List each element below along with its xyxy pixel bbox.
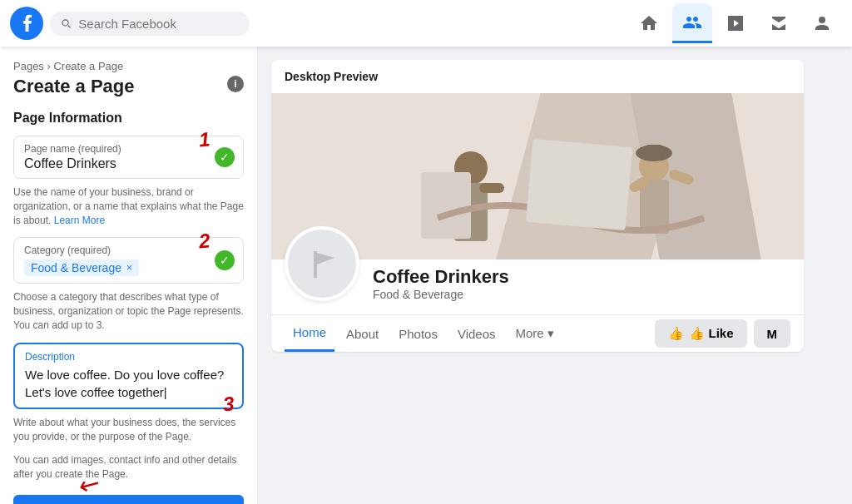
main-layout: Pages › Create a Page i Create a Page Pa…	[0, 47, 852, 504]
category-field[interactable]: Category (required) Food & Beverage × ✓ …	[13, 237, 244, 284]
section-title: Page Information	[13, 111, 244, 126]
nav-home-button[interactable]	[629, 3, 669, 43]
message-button[interactable]: M	[754, 319, 791, 348]
nav-friends-button[interactable]	[672, 3, 712, 43]
nav-watch-button[interactable]	[716, 3, 755, 43]
desc-helper: Write about what your business does, the…	[13, 416, 244, 444]
page-nav-home[interactable]: Home	[285, 315, 334, 352]
category-helper: Choose a category that describes what ty…	[13, 290, 244, 332]
cover-photo	[271, 93, 804, 259]
page-name-value: Coffee Drinkers	[24, 156, 233, 171]
desc-label: Description	[25, 351, 232, 363]
learn-more-link[interactable]: Learn More	[54, 215, 105, 226]
svg-rect-17	[314, 251, 317, 278]
search-input[interactable]	[78, 17, 240, 31]
preview-page-category: Food & Beverage	[373, 288, 790, 301]
note-text: You can add images, contact info and oth…	[13, 453, 244, 482]
page-name-helper: Use the name of your business, brand or …	[13, 185, 244, 227]
svg-point-1	[819, 17, 825, 23]
page-nav-more[interactable]: More ▾	[508, 316, 562, 351]
page-name-field[interactable]: Page name (required) Coffee Drinkers ✓ 1	[13, 136, 244, 179]
svg-rect-8	[479, 183, 504, 193]
svg-rect-16	[526, 139, 632, 230]
category-remove[interactable]: ×	[126, 262, 132, 274]
desc-value: We love coffee. Do you love coffee? Let'…	[25, 366, 232, 401]
page-nav: Home About Photos Videos More ▾ 👍 👍 Like…	[271, 314, 804, 352]
like-button[interactable]: 👍 👍 Like	[655, 319, 746, 348]
right-panel: Desktop Preview	[258, 47, 852, 504]
nav-icons	[629, 3, 842, 43]
nav-groups-button[interactable]	[802, 3, 842, 43]
page-info: Coffee Drinkers Food & Beverage	[373, 259, 790, 301]
preview-title: Desktop Preview	[271, 60, 804, 93]
top-nav	[0, 0, 852, 47]
preview-page-name: Coffee Drinkers	[373, 266, 790, 288]
profile-section: Coffee Drinkers Food & Beverage	[271, 259, 804, 314]
svg-rect-9	[421, 172, 471, 239]
page-nav-actions: 👍 👍 Like M	[655, 319, 790, 348]
description-field[interactable]: Description We love coffee. Do you love …	[13, 343, 244, 409]
profile-pic	[285, 226, 359, 301]
category-tag: Food & Beverage ×	[24, 259, 139, 276]
page-nav-videos[interactable]: Videos	[449, 317, 504, 351]
page-nav-about[interactable]: About	[338, 317, 387, 351]
facebook-logo	[10, 7, 43, 40]
search-icon	[60, 17, 72, 30]
left-panel: Pages › Create a Page i Create a Page Pa…	[0, 47, 258, 504]
page-name-check: ✓	[215, 147, 235, 167]
info-icon[interactable]: i	[227, 76, 244, 92]
category-check: ✓	[215, 250, 235, 270]
breadcrumb: Pages › Create a Page	[13, 60, 244, 72]
create-page-button[interactable]: Create Page	[13, 495, 244, 504]
preview-box: Desktop Preview	[271, 60, 804, 352]
page-nav-photos[interactable]: Photos	[390, 317, 446, 351]
nav-marketplace-button[interactable]	[759, 3, 799, 43]
search-bar[interactable]	[50, 12, 250, 36]
svg-rect-13	[646, 145, 662, 160]
page-title: Create a Page	[13, 76, 244, 97]
